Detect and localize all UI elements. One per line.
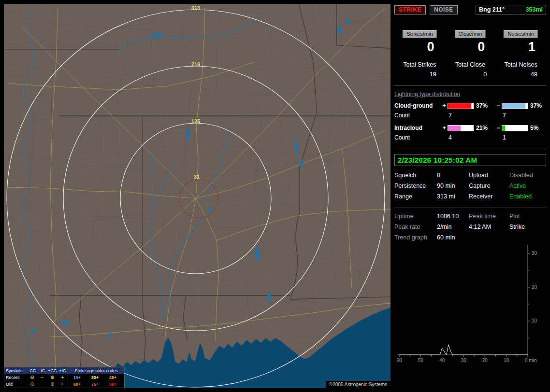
rate-badges-row: Strikes/min 0 Close/min 0 Noises/min 1 — [394, 30, 546, 55]
cg-neg-count: 7 — [502, 112, 529, 119]
capture-label: Capture — [469, 182, 509, 189]
range-value: 313 mi — [437, 193, 469, 200]
close-per-min-value: 0 — [445, 40, 496, 55]
peak-time-value: 4:12 AM — [469, 224, 509, 230]
noises-per-min-value: 1 — [495, 40, 546, 55]
age-75: 75+ — [86, 382, 104, 387]
distance-value: 353mi — [526, 6, 543, 13]
age-60: 60+ — [68, 382, 86, 387]
svg-text:40: 40 — [439, 358, 445, 363]
neg-cg-recent-icon: ⊖ — [27, 375, 37, 380]
uptime-value: 1006:10 — [437, 213, 469, 220]
strikes-per-min-badge[interactable]: Strikes/min — [403, 30, 436, 38]
map-legend: Symbols -CG -IC +CG +IC Strike age color… — [4, 367, 125, 388]
count-label: Count — [394, 134, 441, 141]
pos-cg-old-icon: ⊕ — [47, 382, 58, 387]
legend-ages-recent: 15+ 30+ 45+ — [68, 374, 124, 381]
legend-col-pos-ic: +IC — [58, 368, 68, 373]
trend-graph-value: 60 min — [437, 234, 469, 241]
distribution-title: Lightning type distribution — [394, 91, 546, 98]
trend-graph-label: Trend graph — [394, 234, 437, 241]
upload-label: Upload — [469, 172, 509, 179]
svg-text:0 min: 0 min — [525, 358, 536, 363]
intracloud-count-row: Count 4 1 — [394, 134, 546, 141]
persistence-label: Persistence — [394, 182, 437, 189]
ring-label-125: 125 — [191, 118, 200, 124]
count-label: Count — [394, 112, 441, 119]
total-noises-value: 49 — [495, 71, 546, 78]
map-area[interactable]: 313 219 125 31 Symbols -CG -IC +CG +IC S… — [4, 4, 391, 388]
divider — [394, 85, 546, 86]
strike-button[interactable]: STRIKE — [394, 5, 426, 14]
total-close-label: Total Close — [445, 61, 496, 68]
plot-label: Plot — [509, 213, 546, 220]
svg-text:60: 60 — [396, 358, 402, 363]
total-strikes-value: 19 — [394, 71, 445, 78]
settings-grid: Squelch 0 Upload Disabled Persistence 90… — [394, 172, 546, 200]
cloud-ground-row: Cloud-ground + 37% − 37% — [394, 102, 546, 109]
cg-pos-pct: 37% — [475, 102, 495, 109]
age-30: 30+ — [86, 375, 104, 380]
range-label: Range — [394, 193, 437, 200]
legend-header: Symbols -CG -IC +CG +IC Strike age color… — [4, 367, 124, 374]
cloud-ground-label: Cloud-ground — [394, 102, 441, 109]
legend-age-header: Strike age color codes — [68, 367, 124, 374]
cg-neg-pct: 37% — [529, 102, 543, 109]
divider — [394, 208, 546, 208]
svg-text:50: 50 — [418, 358, 424, 363]
ic-neg-count: 1 — [502, 134, 529, 141]
squelch-label: Squelch — [394, 172, 437, 179]
capture-status: Active — [509, 182, 546, 189]
svg-text:20: 20 — [532, 284, 537, 290]
strikes-per-min-col: Strikes/min 0 — [394, 30, 445, 55]
receiver-status: Enabled — [509, 193, 546, 200]
bearing-value: Bng 211° — [479, 6, 505, 13]
close-per-min-badge[interactable]: Close/min — [455, 30, 486, 38]
pos-ic-recent-icon: + — [58, 375, 68, 380]
cg-neg-bar-fill — [502, 103, 525, 109]
pos-cg-recent-icon: ⊕ — [47, 375, 58, 380]
uptime-label: Uptime — [394, 213, 437, 220]
noise-button[interactable]: NOISE — [430, 5, 458, 14]
status-panel: STRIKE NOISE Bng 211° 353mi Strikes/min … — [394, 4, 546, 388]
bearing-display: Bng 211° 353mi — [476, 5, 546, 14]
minus-sign: − — [495, 102, 502, 109]
datetime-display: 2/23/2026 10:25:02 AM — [394, 154, 546, 166]
total-strikes-col: Total Strikes 19 — [394, 61, 445, 78]
ic-pos-count: 4 — [448, 134, 475, 141]
stats-grid: Uptime 1006:10 Peak time Plot Peak rate … — [394, 213, 546, 241]
ic-pos-pct: 21% — [475, 125, 495, 131]
trend-series-strike — [399, 345, 528, 355]
cg-pos-count: 7 — [448, 112, 475, 119]
neg-cg-old-icon: ⊖ — [27, 382, 37, 387]
map-svg[interactable]: 313 219 125 31 — [4, 4, 391, 388]
age-45: 45+ — [104, 375, 122, 380]
intracloud-row: Intracloud + 21% − 5% — [394, 125, 546, 131]
persistence-value: 90 min — [437, 182, 469, 189]
ic-neg-pct: 5% — [529, 125, 543, 131]
total-noises-col: Total Noises 49 — [495, 61, 546, 78]
age-15: 15+ — [68, 375, 86, 380]
total-close-value: 0 — [445, 71, 496, 78]
cg-pos-bar — [448, 103, 474, 109]
pos-ic-old-icon: + — [58, 382, 68, 387]
total-noises-label: Total Noises — [495, 61, 546, 68]
plot-value: Strike — [509, 224, 546, 230]
ic-pos-bar-fill — [448, 126, 461, 131]
svg-text:20: 20 — [482, 358, 488, 363]
receiver-label: Receiver — [469, 193, 509, 200]
cg-neg-bar — [502, 103, 528, 109]
peak-rate-label: Peak rate — [394, 224, 437, 230]
divider — [394, 149, 546, 149]
svg-text:10: 10 — [532, 318, 537, 323]
ring-label-31: 31 — [194, 174, 200, 180]
close-per-min-col: Close/min 0 — [445, 30, 496, 55]
noises-per-min-badge[interactable]: Noises/min — [504, 30, 537, 38]
cg-pos-bar-fill — [448, 103, 471, 109]
minus-sign: − — [495, 125, 502, 131]
legend-ages-old: 60+ 75+ 90+ — [68, 381, 124, 388]
legend-row-label: Old — [4, 382, 27, 387]
totals-row: Total Strikes 19 Total Close 0 Total Noi… — [394, 61, 546, 78]
total-close-col: Total Close 0 — [445, 61, 496, 78]
ring-label-219: 219 — [191, 61, 200, 67]
